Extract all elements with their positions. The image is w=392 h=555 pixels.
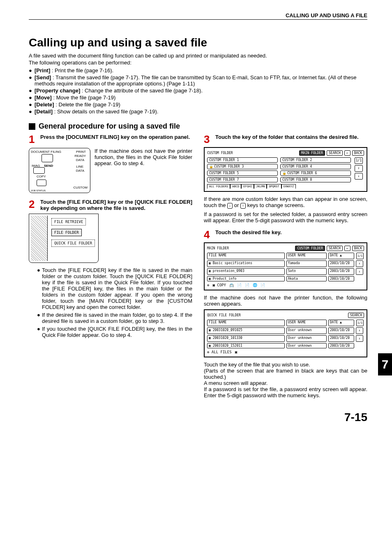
- bullet-detail: [Detail] : Show details on the saved fil…: [35, 108, 367, 115]
- main-folder-screen: MAIN FOLDER CUSTOM FOLDER SEARCH ← BACK …: [204, 242, 367, 290]
- bullet-delete: [Delete] : Delete the file (page 7-19): [35, 101, 367, 108]
- step-2-bullet-3: If you touched the [QUICK FILE FOLDER] k…: [42, 326, 192, 338]
- bullet-move: [Move] : Move the file (page 7-19): [35, 94, 367, 101]
- step-3-title: Touch the key of the folder that contain…: [215, 134, 367, 145]
- intro-line-1: A file saved with the document filing fu…: [29, 53, 367, 59]
- step-4-after-3: A menu screen will appear.: [204, 380, 367, 386]
- step-4-title: Touch the desired file key.: [215, 229, 367, 240]
- step-4-mid: If the machine does not have the printer…: [204, 295, 367, 307]
- operation-panel-drawing: DOCUMENT FILING PRINT READY DATA IMAG SE…: [29, 148, 90, 193]
- page-number: 7-15: [29, 411, 367, 424]
- up-arrow-key-icon: ↑: [240, 203, 246, 209]
- step-4-after-1: Touch the key of the file that you wish …: [204, 362, 367, 368]
- step-3-after-1: If there are more custom folder keys tha…: [204, 196, 367, 209]
- section-marker-icon: [29, 123, 35, 130]
- step-1-body: If the machine does not have the printer…: [95, 148, 192, 193]
- step-2-bullet-1: Touch the [FILE FOLDER] key if the file …: [42, 267, 192, 310]
- page-title: Calling up and using a saved file: [29, 36, 367, 49]
- step-3-number: 3: [204, 134, 212, 145]
- step-3-after-2: If a password is set for the selected fo…: [204, 211, 367, 223]
- subsection-heading: General procedure for using a saved file: [39, 122, 180, 131]
- step-2-bullet-2: If the desired file is saved in the main…: [42, 312, 192, 324]
- step-2-number: 2: [29, 199, 37, 211]
- step-1-number: 1: [29, 134, 37, 145]
- step-1-title: Press the [DOCUMENT FILING] key on the o…: [40, 134, 192, 145]
- step-4-after-4: If a password is set for the file, a pas…: [204, 386, 367, 398]
- bullet-property: [Property change] : Change the attribute…: [35, 88, 367, 94]
- file-retrieve-drawing: FILE RETRIEVE FILE FOLDER QUICK FILE FOL…: [29, 214, 99, 263]
- custom-folder-screen: CUSTOM FOLDER MAIN FOLDER SEARCH ← BACK …: [204, 147, 367, 192]
- step-4-after-2: (Parts of the screen that are framed in …: [204, 368, 367, 380]
- quick-file-folder-screen: QUICK FILE FOLDER SEARCH FILE NAME USER …: [204, 309, 367, 357]
- bullet-send: [Send] : Transmit the saved file (page 7…: [35, 74, 367, 87]
- operation-bullets: ●[Print] : Print the file (page 7-16). ●…: [29, 67, 367, 115]
- step-4-number: 4: [204, 229, 212, 240]
- step-2-title: Touch the [FILE FOLDER] key or the [QUIC…: [40, 199, 192, 211]
- bullet-print: [Print] : Print the file (page 7-16).: [35, 67, 367, 74]
- running-header: CALLING UP AND USING A FILE: [29, 12, 367, 20]
- chapter-tab: 7: [378, 353, 392, 375]
- down-arrow-key-icon: ↓: [227, 203, 233, 209]
- intro-line-2: The following operations can be performe…: [29, 60, 367, 66]
